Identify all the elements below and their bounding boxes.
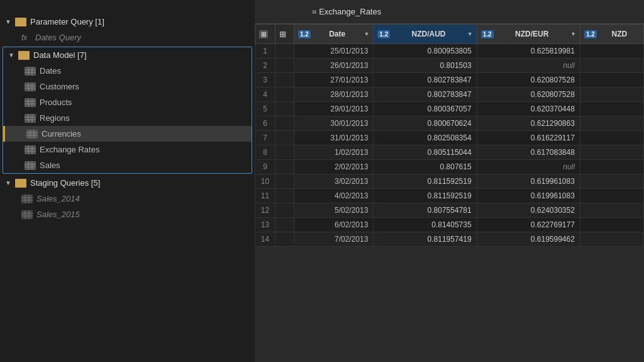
cell-date: 5/02/2013 [294, 203, 374, 218]
svg-rect-15 [25, 114, 36, 123]
table-row: 81/02/20130.8051150440.617083848 [255, 145, 644, 160]
cell-date: 7/02/2013 [294, 232, 374, 247]
tree-child-sales-2014[interactable]: Sales_2014 [0, 191, 255, 206]
nzdaud-type-badge: 1.2 [377, 30, 390, 38]
table-row: 226/01/20130.801503null [255, 59, 644, 73]
row-icon [275, 203, 294, 218]
date-col-label: Date [313, 30, 362, 38]
cell-nzd-aud: 0.800953805 [374, 44, 477, 59]
customers-label: Customers [40, 82, 79, 91]
row-icon [275, 131, 294, 145]
row-icon [275, 189, 294, 203]
cell-date: 2/02/2013 [294, 160, 374, 174]
tree-child-sales[interactable]: Sales [3, 157, 252, 173]
tree-child-products[interactable]: Products [3, 94, 252, 110]
sales-label: Sales [40, 161, 60, 170]
row-number: 9 [255, 160, 275, 174]
group-header-data-model[interactable]: ▼ Data Model [7] [3, 47, 252, 63]
group-label-parameter-query: Parameter Query [1] [30, 17, 104, 26]
data-table-container[interactable]: ⊞ ⊞ 1.2 Date ▼ [255, 24, 644, 362]
tree-child-sales-2015[interactable]: Sales_2015 [0, 206, 255, 222]
cell-nzd-x [580, 160, 643, 174]
row-number: 5 [255, 102, 275, 116]
row-number: 3 [255, 73, 275, 88]
cell-nzd-eur: 0.625819981 [477, 44, 580, 59]
cell-nzd-x [580, 174, 643, 189]
cell-nzd-eur: 0.616229117 [477, 131, 580, 145]
row-icon [275, 218, 294, 232]
tree-child-regions[interactable]: Regions [3, 110, 252, 126]
table-icon-currencies [26, 130, 38, 139]
tree-child-dates-query[interactable]: fx Dates Query [0, 30, 255, 45]
cancel-button[interactable] [260, 4, 276, 20]
table-row: 92/02/20130.807615null [255, 160, 644, 174]
cell-date: 31/01/2013 [294, 131, 374, 145]
col-header-nzd-eur[interactable]: 1.2 NZD/EUR ▼ [477, 25, 580, 44]
triangle-icon: ▼ [5, 18, 13, 26]
confirm-button[interactable] [280, 4, 296, 20]
row-icon [275, 232, 294, 247]
cell-nzd-aud: 0.811592519 [374, 174, 477, 189]
svg-rect-0 [25, 67, 36, 76]
nzdeur-dropdown-icon[interactable]: ▼ [570, 31, 576, 37]
col-header-nzd-x[interactable]: 1.2 NZD [580, 25, 643, 44]
row-number: 12 [255, 203, 275, 218]
col-header-nzd-aud[interactable]: 1.2 NZD/AUD ▼ [374, 25, 477, 44]
nzdx-col-label: NZD [599, 30, 640, 38]
row-icon [275, 59, 294, 73]
cell-nzd-x [580, 44, 643, 59]
cell-nzd-aud: 0.805115044 [374, 145, 477, 160]
group-staging-queries: ▼ Staging Queries [5] Sales_2014 Sales_2… [0, 175, 255, 222]
date-dropdown-icon[interactable]: ▼ [364, 31, 369, 37]
cell-nzd-eur: 0.620807528 [477, 88, 580, 102]
col-header-date[interactable]: 1.2 Date ▼ [294, 25, 374, 44]
table-row: 147/02/20130.8119574190.619599462 [255, 232, 644, 247]
sales-2014-label: Sales_2014 [36, 194, 80, 203]
row-number: 6 [255, 116, 275, 131]
cell-nzd-eur: null [477, 160, 580, 174]
cell-nzd-aud: 0.800670624 [374, 116, 477, 131]
row-number: 8 [255, 145, 275, 160]
svg-rect-40 [21, 210, 33, 219]
cell-nzd-x [580, 232, 643, 247]
row-icon [275, 88, 294, 102]
table-row: 114/02/20130.8115925190.619961083 [255, 189, 644, 203]
cell-nzd-aud: 0.802783847 [374, 88, 477, 102]
row-number: 7 [255, 131, 275, 145]
tree-child-exchange-rates[interactable]: Exchange Rates [3, 142, 252, 157]
row-number: 13 [255, 218, 275, 232]
table-icon-regions [25, 114, 36, 123]
tree-child-currencies[interactable]: Currencies [3, 126, 252, 142]
nzdaud-dropdown-icon[interactable]: ▼ [467, 31, 473, 37]
tree-child-dates[interactable]: Dates [3, 63, 252, 79]
cell-nzd-eur: 0.621290863 [477, 116, 580, 131]
table-row: 136/02/20130.814057350.622769177 [255, 218, 644, 232]
cell-nzd-eur: 0.620370448 [477, 102, 580, 116]
panel-header [0, 0, 255, 13]
row-icon [275, 160, 294, 174]
cell-nzd-aud: 0.811957419 [374, 232, 477, 247]
cell-nzd-x [580, 116, 643, 131]
table-row: 327/01/20130.8027838470.620807528 [255, 73, 644, 88]
cell-date: 4/02/2013 [294, 189, 374, 203]
cell-date: 29/01/2013 [294, 102, 374, 116]
row-number: 10 [255, 174, 275, 189]
cell-nzd-aud: 0.800367057 [374, 102, 477, 116]
cell-nzd-aud: 0.802783847 [374, 73, 477, 88]
svg-rect-5 [25, 82, 36, 91]
group-header-staging-queries[interactable]: ▼ Staging Queries [5] [0, 175, 255, 191]
currencies-label: Currencies [42, 129, 81, 139]
table-row: 428/01/20130.8027838470.620807528 [255, 88, 644, 102]
query-tree: ▼ Parameter Query [1] fx Dates Query ▼ D… [0, 13, 255, 362]
group-header-parameter-query[interactable]: ▼ Parameter Query [1] [0, 14, 255, 30]
cell-nzd-eur: 0.619961083 [477, 189, 580, 203]
tree-child-customers[interactable]: Customers [3, 79, 252, 94]
cell-nzd-x [580, 145, 643, 160]
table-icon-products [25, 98, 36, 107]
date-type-badge: 1.2 [298, 30, 311, 38]
svg-rect-20 [26, 130, 38, 139]
cell-nzd-x [580, 73, 643, 88]
formula-input[interactable] [312, 7, 639, 16]
row-number: 4 [255, 88, 275, 102]
cell-nzd-x [580, 218, 643, 232]
